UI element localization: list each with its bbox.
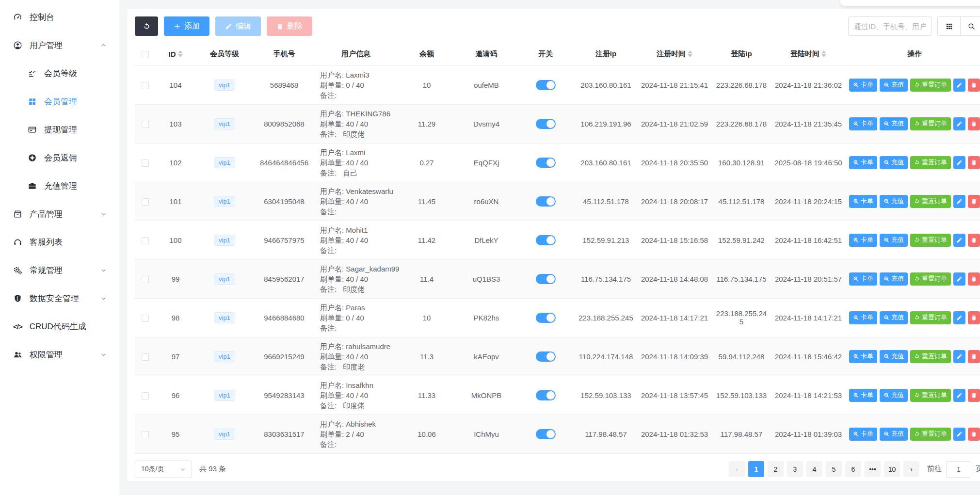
page-number-button[interactable]: 2 bbox=[768, 461, 784, 477]
row-checkbox[interactable] bbox=[142, 276, 149, 283]
select-all-checkbox[interactable] bbox=[142, 51, 149, 58]
sidebar-item-member-management[interactable]: 会员管理 bbox=[0, 87, 119, 115]
status-toggle[interactable] bbox=[536, 119, 556, 129]
delete-row-button[interactable] bbox=[968, 272, 980, 286]
sidebar-item-user-management[interactable]: 用户管理 bbox=[0, 31, 119, 59]
recharge-button[interactable]: 充值 bbox=[880, 79, 908, 92]
page-number-button[interactable]: 6 bbox=[845, 461, 861, 477]
row-checkbox[interactable] bbox=[142, 315, 149, 322]
reset-order-button[interactable]: 重置订单 bbox=[910, 350, 951, 363]
sidebar-item-withdraw-management[interactable]: 提现管理 bbox=[0, 115, 119, 144]
card-order-button[interactable]: 卡单 bbox=[849, 234, 877, 247]
reset-order-button[interactable]: 重置订单 bbox=[910, 79, 951, 92]
delete-row-button[interactable] bbox=[968, 311, 980, 324]
card-order-button[interactable]: 卡单 bbox=[849, 428, 877, 441]
delete-row-button[interactable] bbox=[968, 350, 980, 363]
delete-row-button[interactable] bbox=[968, 156, 980, 169]
edit-row-button[interactable] bbox=[953, 350, 965, 363]
edit-row-button[interactable] bbox=[953, 79, 965, 92]
reset-order-button[interactable]: 重置订单 bbox=[910, 195, 951, 208]
status-toggle[interactable] bbox=[536, 80, 556, 90]
sidebar-item-data-security[interactable]: 数据安全管理 bbox=[0, 284, 119, 312]
page-number-button[interactable]: 4 bbox=[806, 461, 822, 477]
status-toggle[interactable] bbox=[536, 429, 556, 439]
sidebar-item-member-level[interactable]: 会员等级 bbox=[0, 59, 119, 87]
reset-order-button[interactable]: 重置订单 bbox=[910, 156, 951, 169]
sidebar-item-dashboard[interactable]: 控制台 bbox=[0, 3, 119, 31]
edit-row-button[interactable] bbox=[953, 389, 965, 402]
status-toggle[interactable] bbox=[536, 196, 556, 207]
card-order-button[interactable]: 卡单 bbox=[849, 389, 877, 402]
edit-row-button[interactable] bbox=[953, 428, 965, 441]
recharge-button[interactable]: 充值 bbox=[880, 389, 908, 402]
edit-button[interactable]: 编辑 bbox=[215, 16, 261, 36]
row-checkbox[interactable] bbox=[142, 237, 149, 244]
page-size-select[interactable]: 10条/页 bbox=[135, 461, 192, 478]
recharge-button[interactable]: 充值 bbox=[880, 311, 908, 324]
delete-row-button[interactable] bbox=[968, 195, 980, 208]
status-toggle[interactable] bbox=[536, 351, 556, 362]
add-button[interactable]: 添加 bbox=[164, 16, 209, 36]
status-toggle[interactable] bbox=[536, 313, 556, 323]
prev-page-button[interactable]: ‹ bbox=[729, 461, 745, 477]
page-number-button[interactable]: ••• bbox=[865, 461, 881, 477]
column-header-id[interactable]: ID bbox=[155, 43, 196, 65]
sidebar-item-product-management[interactable]: 产品管理 bbox=[0, 200, 119, 228]
refresh-button[interactable] bbox=[135, 16, 158, 36]
card-order-button[interactable]: 卡单 bbox=[849, 117, 877, 130]
recharge-button[interactable]: 充值 bbox=[880, 272, 908, 286]
card-order-button[interactable]: 卡单 bbox=[849, 156, 877, 169]
reset-order-button[interactable]: 重置订单 bbox=[910, 272, 951, 286]
edit-row-button[interactable] bbox=[953, 195, 965, 208]
row-checkbox[interactable] bbox=[142, 392, 149, 399]
next-page-button[interactable]: › bbox=[903, 461, 919, 477]
column-header-reg-time[interactable]: 注册时间 bbox=[637, 43, 712, 65]
page-number-button[interactable]: 5 bbox=[826, 461, 842, 477]
delete-row-button[interactable] bbox=[968, 79, 980, 92]
sidebar-item-recharge-management[interactable]: 充值管理 bbox=[0, 172, 119, 200]
sidebar-item-crud-generator[interactable]: </> CRUD代码生成 bbox=[0, 312, 119, 340]
search-input[interactable] bbox=[848, 16, 932, 36]
reset-order-button[interactable]: 重置订单 bbox=[910, 311, 951, 324]
sidebar-item-permission-management[interactable]: 权限管理 bbox=[0, 340, 119, 368]
card-order-button[interactable]: 卡单 bbox=[849, 195, 877, 208]
recharge-button[interactable]: 充值 bbox=[880, 350, 908, 363]
row-checkbox[interactable] bbox=[142, 198, 149, 206]
recharge-button[interactable]: 充值 bbox=[880, 428, 908, 441]
edit-row-button[interactable] bbox=[953, 311, 965, 324]
row-checkbox[interactable] bbox=[142, 431, 149, 438]
page-number-button[interactable]: 10 bbox=[884, 461, 900, 477]
page-number-button[interactable]: 1 bbox=[748, 461, 764, 477]
reset-order-button[interactable]: 重置订单 bbox=[910, 117, 951, 130]
delete-row-button[interactable] bbox=[968, 428, 980, 441]
reset-order-button[interactable]: 重置订单 bbox=[910, 428, 951, 441]
page-number-button[interactable]: 3 bbox=[787, 461, 803, 477]
status-toggle[interactable] bbox=[536, 235, 556, 245]
sidebar-item-service-list[interactable]: 客服列表 bbox=[0, 228, 119, 256]
edit-row-button[interactable] bbox=[953, 272, 965, 286]
search-button[interactable] bbox=[960, 17, 980, 35]
edit-row-button[interactable] bbox=[953, 156, 965, 169]
row-checkbox[interactable] bbox=[142, 121, 149, 128]
grid-view-button[interactable] bbox=[938, 17, 960, 35]
recharge-button[interactable]: 充值 bbox=[880, 195, 908, 208]
status-toggle[interactable] bbox=[536, 158, 556, 168]
status-toggle[interactable] bbox=[536, 390, 556, 400]
recharge-button[interactable]: 充值 bbox=[880, 156, 908, 169]
sidebar-item-member-rebate[interactable]: 会员返佣 bbox=[0, 144, 119, 172]
column-header-login-time[interactable]: 登陆时间 bbox=[771, 43, 846, 65]
edit-row-button[interactable] bbox=[953, 234, 965, 247]
card-order-button[interactable]: 卡单 bbox=[849, 272, 877, 286]
delete-button[interactable]: 删除 bbox=[267, 16, 312, 36]
row-checkbox[interactable] bbox=[142, 353, 149, 361]
recharge-button[interactable]: 充值 bbox=[880, 117, 908, 130]
recharge-button[interactable]: 充值 bbox=[880, 234, 908, 247]
edit-row-button[interactable] bbox=[953, 117, 965, 130]
card-order-button[interactable]: 卡单 bbox=[849, 311, 877, 324]
delete-row-button[interactable] bbox=[968, 389, 980, 402]
sidebar-item-general-management[interactable]: 常规管理 bbox=[0, 256, 119, 284]
card-order-button[interactable]: 卡单 bbox=[849, 350, 877, 363]
goto-page-input[interactable] bbox=[946, 461, 971, 478]
reset-order-button[interactable]: 重置订单 bbox=[910, 234, 951, 247]
row-checkbox[interactable] bbox=[142, 82, 149, 89]
